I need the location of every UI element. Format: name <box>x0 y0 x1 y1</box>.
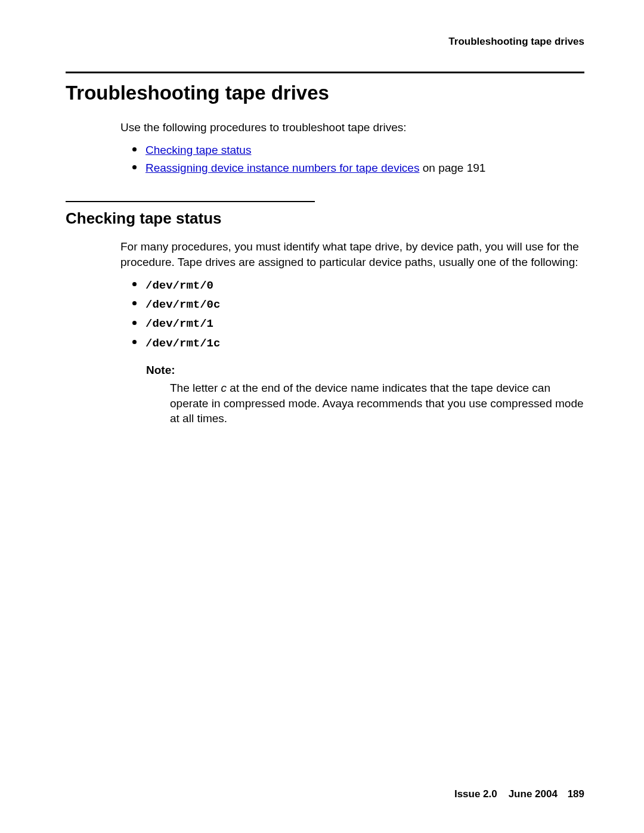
note-body: The letter c at the end of the device na… <box>170 380 584 426</box>
link-list: Checking tape status Reassigning device … <box>132 141 584 178</box>
footer-date: June 2004 <box>509 788 558 800</box>
device-path-item: /dev/rmt/0 <box>132 276 584 295</box>
chapter-rule <box>66 72 584 73</box>
link-checking-tape-status[interactable]: Checking tape status <box>145 144 251 156</box>
section-rule <box>66 201 315 202</box>
note-block: Note: The letter c at the end of the dev… <box>146 364 584 426</box>
note-text-rest: at the end of the device name indicates … <box>170 382 584 425</box>
list-item: Checking tape status <box>132 141 584 159</box>
document-page: Troubleshooting tape drives Troubleshoot… <box>0 0 644 833</box>
footer-issue: Issue 2.0 <box>454 788 497 800</box>
device-path-item: /dev/rmt/1c <box>132 334 584 353</box>
page-footer: Issue 2.0 June 2004 189 <box>454 788 584 800</box>
chapter-title: Troubleshooting tape drives <box>66 82 584 104</box>
running-header: Troubleshooting tape drives <box>66 36 584 48</box>
section-title: Checking tape status <box>66 209 584 228</box>
note-em: c <box>221 382 227 394</box>
link-reassigning-device-numbers[interactable]: Reassigning device instance numbers for … <box>145 162 419 174</box>
device-path-item: /dev/rmt/1 <box>132 314 584 333</box>
note-text-prefix: The letter <box>170 382 221 394</box>
section-body: For many procedures, you must identify w… <box>120 239 584 270</box>
chapter-intro: Use the following procedures to troubles… <box>120 120 584 135</box>
note-label: Note: <box>146 364 584 377</box>
device-path-list: /dev/rmt/0 /dev/rmt/0c /dev/rmt/1 /dev/r… <box>132 276 584 353</box>
device-path-item: /dev/rmt/0c <box>132 295 584 314</box>
link-suffix: on page 191 <box>419 162 485 174</box>
list-item: Reassigning device instance numbers for … <box>132 159 584 177</box>
footer-page-number: 189 <box>568 788 584 800</box>
